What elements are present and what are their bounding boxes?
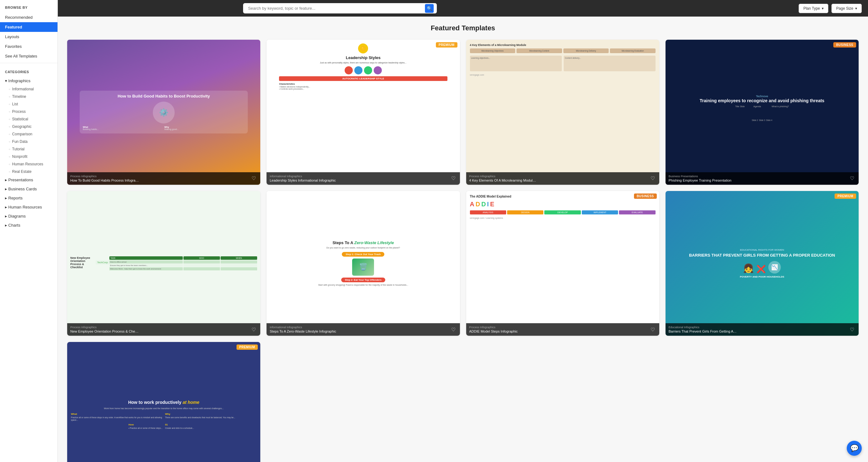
search-icon: 🔍 bbox=[427, 6, 432, 11]
card-category-microlearning: Process Infographics bbox=[469, 175, 538, 178]
template-card-phishing[interactable]: BUSINESS Technove Training employees to … bbox=[665, 40, 859, 185]
sidebar-category-human-resources[interactable]: ▸ Human Resources bbox=[0, 203, 58, 212]
favorite-button-zerowaste[interactable]: ♡ bbox=[450, 326, 457, 333]
card-image-wfh: PREMIUM How to work productively at home… bbox=[67, 342, 260, 462]
card-preview-habits: How to Build Good Habits to Boost Produc… bbox=[67, 40, 260, 185]
card-name-addie: ADDIE Model Steps Infographic bbox=[469, 330, 518, 333]
card-category-leadership: Informational Infographics bbox=[270, 175, 336, 178]
sidebar-item-label: See All Templates bbox=[5, 54, 37, 58]
category-label: ▸ Presentations bbox=[5, 178, 33, 182]
card-footer-text-phishing: Business Presentations Phishing Employee… bbox=[669, 175, 732, 182]
favorite-button-barriers[interactable]: ♡ bbox=[849, 326, 856, 333]
business-badge-phishing: BUSINESS bbox=[833, 42, 856, 48]
plan-type-label: Plan Type bbox=[803, 6, 820, 11]
card-preview-phishing: Technove Training employees to recognize… bbox=[665, 40, 859, 185]
sidebar-item-recommended[interactable]: Recommended bbox=[0, 12, 58, 22]
chat-bubble[interactable]: 💬 bbox=[847, 441, 862, 456]
page-size-dropdown[interactable]: Page Size ▾ bbox=[832, 4, 862, 13]
card-footer-text-orientation: Process Infographics New Employee Orient… bbox=[70, 326, 139, 333]
template-card-wfh[interactable]: PREMIUM How to work productively at home… bbox=[67, 342, 260, 462]
sidebar-sub-nonprofit[interactable]: Nonprofit bbox=[9, 153, 58, 160]
sidebar-category-reports[interactable]: ▸ Reports bbox=[0, 193, 58, 203]
sidebar-item-label: Featured bbox=[5, 25, 22, 29]
card-footer-addie: Process Infographics ADDIE Model Steps I… bbox=[466, 323, 659, 336]
card-category-addie: Process Infographics bbox=[469, 326, 518, 329]
sidebar-item-layouts[interactable]: Layouts bbox=[0, 32, 58, 41]
sidebar-sub-comparison[interactable]: Comparison bbox=[9, 130, 58, 138]
favorite-button-microlearning[interactable]: ♡ bbox=[649, 175, 656, 182]
card-preview-microlearning: 4 Key Elements of a Microlearning Module… bbox=[466, 40, 659, 185]
chevron-down-icon: ▾ bbox=[822, 6, 824, 11]
plan-type-dropdown[interactable]: Plan Type ▾ bbox=[799, 4, 828, 13]
sidebar-sub-timeline[interactable]: Timeline bbox=[9, 93, 58, 100]
page-title: Featured Templates bbox=[67, 24, 859, 32]
infographics-sub: Informational Timeline List Process Stat… bbox=[0, 85, 58, 175]
card-name-zerowaste: Steps To A Zero-Waste Lifestyle Infograp… bbox=[270, 330, 336, 333]
search-button[interactable]: 🔍 bbox=[425, 4, 434, 13]
sidebar-divider bbox=[0, 63, 58, 63]
sidebar-category-charts[interactable]: ▸ Charts bbox=[0, 221, 58, 230]
browse-by-title: BROWSE BY bbox=[0, 0, 58, 12]
sidebar-item-label: Favorites bbox=[5, 44, 22, 49]
search-bar-container: 🔍 bbox=[243, 3, 437, 13]
card-preview-wfh: How to work productively at home Work fr… bbox=[67, 342, 260, 462]
content-area: Featured Templates How to Build Good Hab… bbox=[58, 17, 868, 462]
page-size-label: Page Size bbox=[836, 6, 853, 11]
card-name-habits: How To Build Good Habits Process Infogra… bbox=[70, 179, 139, 182]
search-input[interactable] bbox=[243, 3, 437, 13]
card-image-orientation: New Employee OrientationProcess & Checkl… bbox=[67, 191, 260, 336]
business-badge-addie: BUSINESS bbox=[634, 193, 657, 199]
sidebar-sub-list[interactable]: List bbox=[9, 100, 58, 108]
card-category-phishing: Business Presentations bbox=[669, 175, 732, 178]
card-footer-phishing: Business Presentations Phishing Employee… bbox=[665, 172, 859, 185]
card-category-habits: Process Infographics bbox=[70, 175, 139, 178]
sidebar-sub-process[interactable]: Process bbox=[9, 108, 58, 115]
favorite-button-addie[interactable]: ♡ bbox=[649, 326, 656, 333]
card-footer-text-addie: Process Infographics ADDIE Model Steps I… bbox=[469, 326, 518, 333]
card-preview-zerowaste: Steps To A Zero-Waste Lifestyle Do you w… bbox=[267, 191, 460, 336]
sidebar-category-diagrams[interactable]: ▸ Diagrams bbox=[0, 212, 58, 221]
sidebar-item-featured[interactable]: Featured bbox=[0, 22, 58, 32]
main-area: 🔍 Plan Type ▾ Page Size ▾ Featured Templ… bbox=[58, 0, 868, 462]
card-footer-text-zerowaste: Informational Infographics Steps To A Ze… bbox=[270, 326, 336, 333]
favorite-button-habits[interactable]: ♡ bbox=[250, 175, 257, 182]
card-category-orientation: Process Infographics bbox=[70, 326, 139, 329]
favorite-button-leadership[interactable]: ♡ bbox=[450, 175, 457, 182]
favorite-button-phishing[interactable]: ♡ bbox=[849, 175, 856, 182]
template-card-orientation[interactable]: New Employee OrientationProcess & Checkl… bbox=[67, 191, 260, 336]
sidebar-item-see-all[interactable]: See All Templates bbox=[0, 51, 58, 61]
card-category-barriers: Educational Infographics bbox=[669, 326, 737, 329]
card-image-addie: BUSINESS The ADDIE Model Explained A D D… bbox=[466, 191, 659, 336]
card-name-phishing: Phishing Employee Training Presentation bbox=[669, 179, 732, 182]
sidebar-category-business-cards[interactable]: ▸ Business Cards bbox=[0, 184, 58, 193]
card-footer-text-barriers: Educational Infographics Barriers That P… bbox=[669, 326, 737, 333]
sidebar-sub-informational[interactable]: Informational bbox=[9, 85, 58, 93]
card-image-leadership: PREMIUM ☀️ Leadership Styles Just as wit… bbox=[267, 40, 460, 185]
favorite-button-orientation[interactable]: ♡ bbox=[250, 326, 257, 333]
card-preview-addie: The ADDIE Model Explained A D D I E ANAL… bbox=[466, 191, 659, 336]
sidebar-item-favorites[interactable]: Favorites bbox=[0, 41, 58, 51]
template-card-addie[interactable]: BUSINESS The ADDIE Model Explained A D D… bbox=[466, 191, 659, 336]
card-footer-orientation: Process Infographics New Employee Orient… bbox=[67, 323, 260, 336]
card-preview-leadership: ☀️ Leadership Styles Just as with person… bbox=[267, 40, 460, 185]
card-footer-text-habits: Process Infographics How To Build Good H… bbox=[70, 175, 139, 182]
category-label: ▸ Diagrams bbox=[5, 214, 26, 218]
template-grid: How to Build Good Habits to Boost Produc… bbox=[67, 40, 859, 462]
card-name-leadership: Leadership Styles Informational Infograp… bbox=[270, 179, 336, 182]
template-card-zerowaste[interactable]: Steps To A Zero-Waste Lifestyle Do you w… bbox=[267, 191, 460, 336]
card-name-barriers: Barriers That Prevent Girls From Getting… bbox=[669, 330, 737, 333]
template-card-microlearning[interactable]: 4 Key Elements of a Microlearning Module… bbox=[466, 40, 659, 185]
sidebar-sub-tutorial[interactable]: Tutorial bbox=[9, 145, 58, 153]
sidebar-sub-statistical[interactable]: Statistical bbox=[9, 115, 58, 123]
template-card-barriers[interactable]: PREMIUM EDUCATIONAL RIGHTS FOR WOMEN BAR… bbox=[665, 191, 859, 336]
template-card-leadership[interactable]: PREMIUM ☀️ Leadership Styles Just as wit… bbox=[267, 40, 460, 185]
sidebar-sub-real-estate[interactable]: Real Estate bbox=[9, 168, 58, 175]
card-footer-habits: Process Infographics How To Build Good H… bbox=[67, 172, 260, 185]
categories-title: CATEGORIES bbox=[0, 65, 58, 76]
sidebar-sub-geographic[interactable]: Geographic bbox=[9, 123, 58, 130]
template-card-habits[interactable]: How to Build Good Habits to Boost Produc… bbox=[67, 40, 260, 185]
sidebar-sub-human-resources[interactable]: Human Resources bbox=[9, 160, 58, 168]
sidebar-sub-fun-data[interactable]: Fun Data bbox=[9, 138, 58, 145]
sidebar-category-infographics[interactable]: ▾ Infographics bbox=[0, 76, 58, 85]
sidebar-category-presentations[interactable]: ▸ Presentations bbox=[0, 175, 58, 184]
